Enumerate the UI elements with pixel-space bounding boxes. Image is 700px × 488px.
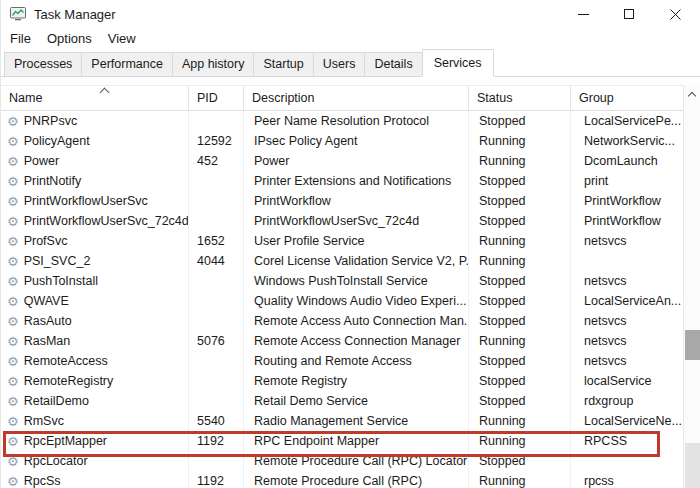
service-name: PrintWorkflowUserSvc [24, 194, 148, 208]
service-group: PrintWorkflow [571, 211, 683, 231]
table-row-RpcEptMapper[interactable]: ⚙ RpcEptMapper 1192 RPC Endpoint Mapper … [1, 431, 683, 451]
service-status: Stopped [469, 211, 571, 231]
service-pid [189, 391, 244, 411]
minimize-button[interactable] [560, 0, 606, 28]
service-name: Power [24, 154, 59, 168]
table-row-PNRPsvc[interactable]: ⚙ PNRPsvc Peer Name Resolution Protocol … [1, 111, 683, 131]
service-status: Stopped [469, 291, 571, 311]
tab-users[interactable]: Users [313, 52, 366, 76]
gear-icon: ⚙ [7, 195, 19, 208]
table-row-RemoteRegistry[interactable]: ⚙ RemoteRegistry Remote Registry Stopped… [1, 371, 683, 391]
table-row-ProfSvc[interactable]: ⚙ ProfSvc 1652 User Profile Service Runn… [1, 231, 683, 251]
menu-view[interactable]: View [108, 31, 136, 46]
tab-app-history[interactable]: App history [172, 52, 255, 76]
service-name: RasMan [24, 334, 71, 348]
tab-processes[interactable]: Processes [4, 52, 82, 76]
service-name: RpcSs [24, 474, 61, 488]
gear-icon: ⚙ [7, 355, 19, 368]
tab-services[interactable]: Services [422, 49, 494, 77]
service-name: RpcLocator [24, 454, 88, 468]
service-description: Remote Access Connection Manager [244, 331, 469, 351]
column-header-group[interactable]: Group [571, 86, 683, 111]
service-status: Running [469, 471, 571, 488]
gear-icon: ⚙ [7, 315, 19, 328]
gear-icon: ⚙ [7, 215, 19, 228]
menu-file[interactable]: File [10, 31, 31, 46]
table-row-RpcLocator[interactable]: ⚙ RpcLocator Remote Procedure Call (RPC)… [1, 451, 683, 471]
scrollbar-thumb[interactable] [685, 330, 700, 360]
service-pid: 452 [189, 151, 244, 171]
gear-icon: ⚙ [7, 375, 19, 388]
service-name: PNRPsvc [24, 114, 77, 128]
service-status: Stopped [469, 191, 571, 211]
table-row-RasMan[interactable]: ⚙ RasMan 5076 Remote Access Connection M… [1, 331, 683, 351]
service-name: QWAVE [24, 294, 69, 308]
table-row-PolicyAgent[interactable]: ⚙ PolicyAgent 12592 IPsec Policy Agent R… [1, 131, 683, 151]
close-button[interactable] [652, 0, 698, 28]
table-row-RemoteAccess[interactable]: ⚙ RemoteAccess Routing and Remote Access… [1, 351, 683, 371]
service-group: netsvcs [571, 231, 683, 251]
service-pid: 5076 [189, 331, 244, 351]
service-description: Remote Access Auto Connection Man... [244, 311, 469, 331]
scrollbar-up-button[interactable] [684, 85, 700, 102]
table-row-QWAVE[interactable]: ⚙ QWAVE Quality Windows Audio Video Expe… [1, 291, 683, 311]
caption-buttons [560, 0, 698, 28]
service-name: PushToInstall [24, 274, 98, 288]
table-row-PrintWorkflowUserSvc_72c4d[interactable]: ⚙ PrintWorkflowUserSvc_72c4d PrintWorkfl… [1, 211, 683, 231]
table-row-RmSvc[interactable]: ⚙ RmSvc 5540 Radio Management Service Ru… [1, 411, 683, 431]
service-group: netsvcs [571, 351, 683, 371]
titlebar: Task Manager [1, 0, 700, 28]
service-pid: 12592 [189, 131, 244, 151]
service-status: Stopped [469, 171, 571, 191]
service-name: PrintWorkflowUserSvc_72c4d [24, 214, 189, 228]
service-group: rdxgroup [571, 391, 683, 411]
service-description: Corel License Validation Service V2, P..… [244, 251, 469, 271]
service-group: netsvcs [571, 271, 683, 291]
gear-icon: ⚙ [7, 415, 19, 428]
table-row-RasAuto[interactable]: ⚙ RasAuto Remote Access Auto Connection … [1, 311, 683, 331]
service-status: Running [469, 411, 571, 431]
service-group: PrintWorkflow [571, 191, 683, 211]
service-name: PolicyAgent [24, 134, 90, 148]
service-description: RPC Endpoint Mapper [244, 431, 469, 451]
service-description: Retail Demo Service [244, 391, 469, 411]
table-row-Power[interactable]: ⚙ Power 452 Power Running DcomLaunch [1, 151, 683, 171]
service-description: Power [244, 151, 469, 171]
service-description: Remote Procedure Call (RPC) Locator [244, 451, 469, 471]
service-name: PrintNotify [24, 174, 82, 188]
service-group: rpcss [571, 471, 683, 488]
maximize-button[interactable] [606, 0, 652, 28]
table-row-PSI_SVC_2[interactable]: ⚙ PSI_SVC_2 4044 Corel License Validatio… [1, 251, 683, 271]
service-name: RpcEptMapper [24, 434, 107, 448]
menubar: FileOptionsView [1, 28, 700, 48]
service-description: PrintWorkflow [244, 191, 469, 211]
column-header-pid[interactable]: PID [189, 86, 244, 111]
sort-ascending-icon [100, 88, 110, 98]
vertical-scrollbar[interactable] [683, 85, 700, 488]
service-pid [189, 351, 244, 371]
table-row-PrintNotify[interactable]: ⚙ PrintNotify Printer Extensions and Not… [1, 171, 683, 191]
column-header-description[interactable]: Description [244, 86, 469, 111]
menu-options[interactable]: Options [47, 31, 92, 46]
table-row-RpcSs[interactable]: ⚙ RpcSs 1192 Remote Procedure Call (RPC)… [1, 471, 683, 488]
service-group [571, 451, 683, 471]
service-description: Remote Registry [244, 371, 469, 391]
service-pid [189, 111, 244, 131]
service-group: NetworkServic... [571, 131, 683, 151]
tab-performance[interactable]: Performance [81, 52, 173, 76]
table-row-PrintWorkflowUserSvc[interactable]: ⚙ PrintWorkflowUserSvc PrintWorkflow Sto… [1, 191, 683, 211]
column-header-status[interactable]: Status [469, 86, 571, 111]
service-status: Running [469, 331, 571, 351]
table-row-RetailDemo[interactable]: ⚙ RetailDemo Retail Demo Service Stopped… [1, 391, 683, 411]
service-description: Routing and Remote Access [244, 351, 469, 371]
service-description: Quality Windows Audio Video Experi... [244, 291, 469, 311]
gear-icon: ⚙ [7, 175, 19, 188]
maximize-icon [624, 9, 634, 19]
column-header-name[interactable]: Name [1, 86, 189, 111]
services-list: Name PID Description Status Group ⚙ PNRP… [1, 85, 683, 488]
service-name: RetailDemo [24, 394, 89, 408]
chevron-up-icon [688, 91, 696, 99]
tab-details[interactable]: Details [364, 52, 422, 76]
table-row-PushToInstall[interactable]: ⚙ PushToInstall Windows PushToInstall Se… [1, 271, 683, 291]
tab-startup[interactable]: Startup [253, 52, 313, 76]
